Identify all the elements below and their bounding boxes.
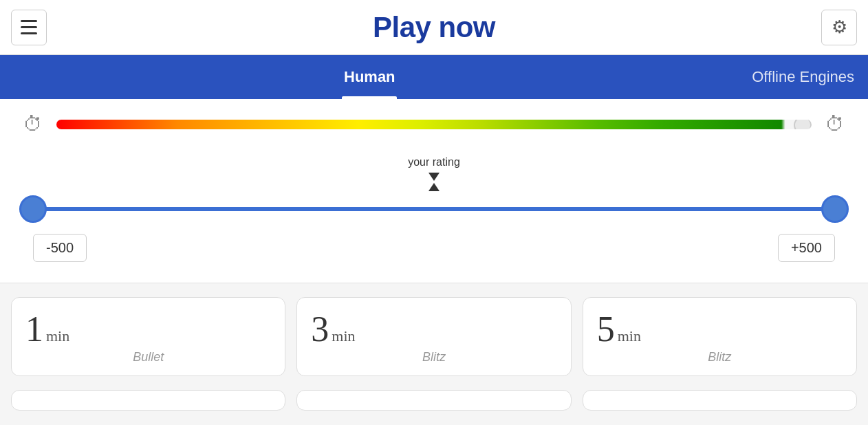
- time-top-row: 1 min: [25, 312, 69, 347]
- time-card-partial-1[interactable]: [11, 390, 285, 411]
- timer-right-icon: ⏱: [823, 113, 847, 135]
- settings-icon: ⚙: [832, 17, 847, 38]
- settings-button[interactable]: ⚙: [821, 10, 857, 45]
- time-type-1: Bullet: [25, 350, 271, 364]
- slider-track: [33, 207, 835, 211]
- menu-button[interactable]: [11, 10, 47, 45]
- time-number-5: 5: [597, 312, 615, 347]
- time-top-row: 5 min: [597, 312, 641, 347]
- time-controls: 1 min Bullet 3 min Blitz 5 min Blitz: [0, 283, 868, 390]
- tab-bar: Human Offline Engines: [0, 55, 868, 99]
- menu-line-1: [21, 20, 37, 22]
- time-unit-5: min: [618, 327, 641, 345]
- rating-arrow-up: [428, 183, 440, 191]
- rating-section: ⏱ ⏱ your rating -500 +500: [0, 99, 868, 283]
- page-title: Play now: [373, 11, 495, 44]
- time-card-3min[interactable]: 3 min Blitz: [296, 297, 571, 376]
- menu-line-2: [21, 26, 37, 28]
- rating-arrow-down: [428, 173, 440, 181]
- color-bar: [56, 120, 812, 129]
- color-bar-row: ⏱ ⏱: [21, 113, 847, 135]
- time-unit-1: min: [46, 327, 69, 345]
- range-labels: -500 +500: [33, 234, 835, 262]
- time-top-row: 3 min: [311, 312, 355, 347]
- range-max-label: +500: [778, 234, 835, 262]
- time-type-5: Blitz: [597, 350, 843, 364]
- time-card-5min[interactable]: 5 min Blitz: [583, 297, 857, 376]
- header: Play now ⚙: [0, 0, 868, 55]
- range-min-label: -500: [33, 234, 87, 262]
- slider-thumb-right[interactable]: [821, 195, 849, 223]
- tab-offline-engines[interactable]: Offline Engines: [724, 55, 868, 99]
- timer-left-icon: ⏱: [21, 113, 45, 135]
- color-bar-thumb[interactable]: [794, 120, 812, 129]
- time-card-1min[interactable]: 1 min Bullet: [11, 297, 285, 376]
- time-number-3: 3: [311, 312, 329, 347]
- time-card-partial-3[interactable]: [583, 390, 857, 411]
- range-slider[interactable]: [33, 195, 835, 223]
- tab-human[interactable]: Human: [316, 55, 423, 99]
- time-number-1: 1: [25, 312, 43, 347]
- range-slider-row: [33, 195, 835, 223]
- slider-thumb-left[interactable]: [19, 195, 47, 223]
- time-card-partial-2[interactable]: [296, 390, 571, 411]
- time-type-3: Blitz: [311, 350, 556, 364]
- time-unit-3: min: [332, 327, 355, 345]
- menu-line-3: [21, 32, 37, 34]
- your-rating-label: your rating: [408, 156, 460, 168]
